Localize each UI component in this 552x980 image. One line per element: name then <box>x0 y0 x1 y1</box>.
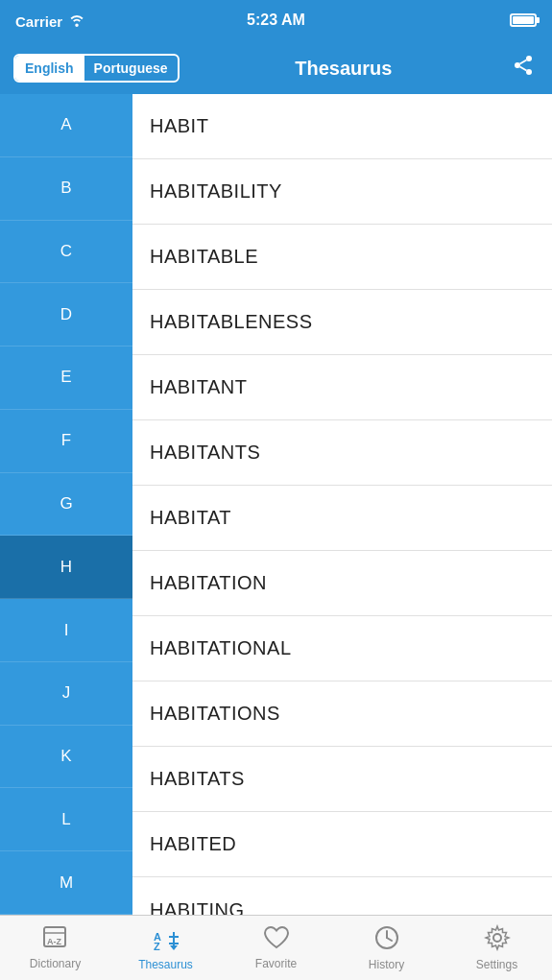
word-text: HABITATS <box>150 768 245 790</box>
alpha-A[interactable]: A <box>0 94 132 157</box>
word-text: HABITATIONAL <box>150 637 292 659</box>
word-text: HABITAT <box>150 507 231 529</box>
list-item[interactable]: HABITATS <box>132 747 552 812</box>
list-item[interactable]: HABITED <box>132 812 552 877</box>
svg-line-3 <box>520 67 527 71</box>
word-text: HABITABLENESS <box>150 311 313 333</box>
language-switcher[interactable]: English Portuguese <box>13 54 180 83</box>
header-title: Thesaurus <box>191 58 496 80</box>
alpha-I[interactable]: I <box>0 599 132 662</box>
share-button[interactable] <box>508 50 539 86</box>
svg-point-1 <box>515 62 520 68</box>
alpha-L[interactable]: L <box>0 788 132 851</box>
word-text: HABITING <box>150 899 244 916</box>
tab-dictionary-label: Dictionary <box>30 957 81 970</box>
status-time: 5:23 AM <box>247 12 305 29</box>
tab-history-label: History <box>369 958 404 971</box>
list-item[interactable]: HABITING <box>132 877 552 915</box>
svg-point-17 <box>493 934 501 942</box>
heart-icon <box>263 925 290 954</box>
alpha-G[interactable]: G <box>0 473 132 537</box>
alphabet-sidebar: A B C D E F G H I J K L M <box>0 94 132 915</box>
alpha-E[interactable]: E <box>0 347 132 410</box>
carrier-label: Carrier <box>15 13 62 30</box>
word-text: HABITATIONS <box>150 703 280 725</box>
svg-point-2 <box>526 69 532 75</box>
main-content: A B C D E F G H I J K L M HABIT HABITABI… <box>0 94 552 915</box>
alpha-F[interactable]: F <box>0 410 132 473</box>
word-text: HABITABILITY <box>150 180 282 203</box>
svg-text:Z: Z <box>154 941 160 951</box>
tab-dictionary[interactable]: A-Z Dictionary <box>0 920 110 976</box>
gear-icon <box>484 924 511 955</box>
clock-icon <box>373 924 400 955</box>
tab-favorite-label: Favorite <box>255 957 297 970</box>
tab-settings-label: Settings <box>476 958 517 971</box>
alpha-M[interactable]: M <box>0 851 132 915</box>
svg-line-16 <box>387 938 392 941</box>
svg-line-4 <box>520 60 527 64</box>
list-item[interactable]: HABITANTS <box>132 420 552 486</box>
word-text: HABITED <box>150 833 236 855</box>
svg-text:A-Z: A-Z <box>47 937 61 946</box>
status-left: Carrier <box>15 13 85 30</box>
alpha-J[interactable]: J <box>0 662 132 726</box>
app-header: English Portuguese Thesaurus <box>0 42 552 94</box>
word-text: HABITABLE <box>150 246 258 268</box>
alpha-D[interactable]: D <box>0 283 132 347</box>
list-item[interactable]: HABIT <box>132 94 552 159</box>
list-item[interactable]: HABITAT <box>132 486 552 551</box>
portuguese-lang-button[interactable]: Portuguese <box>84 56 178 81</box>
list-item[interactable]: HABITABLE <box>132 225 552 290</box>
svg-point-0 <box>526 56 532 61</box>
alpha-H[interactable]: H <box>0 536 132 599</box>
tab-thesaurus-label: Thesaurus <box>138 958 193 971</box>
list-item[interactable]: HABITANT <box>132 355 552 420</box>
list-item[interactable]: HABITATIONAL <box>132 616 552 681</box>
svg-marker-13 <box>170 945 178 950</box>
word-text: HABIT <box>150 115 208 137</box>
word-text: HABITANTS <box>150 442 260 464</box>
thesaurus-icon: A Z <box>152 924 180 955</box>
tab-thesaurus[interactable]: A Z Thesaurus <box>110 919 221 977</box>
alpha-C[interactable]: C <box>0 221 132 284</box>
tab-favorite[interactable]: Favorite <box>221 920 331 976</box>
word-list: HABIT HABITABILITY HABITABLE HABITABLENE… <box>132 94 552 915</box>
wifi-icon <box>68 13 85 30</box>
battery-indicator <box>510 13 537 30</box>
list-item[interactable]: HABITABILITY <box>132 159 552 225</box>
word-text: HABITATION <box>150 572 267 594</box>
list-item[interactable]: HABITATION <box>132 551 552 616</box>
status-bar: Carrier 5:23 AM <box>0 0 552 42</box>
alpha-B[interactable]: B <box>0 157 132 221</box>
word-text: HABITANT <box>150 376 247 398</box>
tab-settings[interactable]: Settings <box>442 919 552 977</box>
list-item[interactable]: HABITABLENESS <box>132 290 552 355</box>
tab-history[interactable]: History <box>331 919 442 977</box>
alpha-K[interactable]: K <box>0 726 132 789</box>
list-item[interactable]: HABITATIONS <box>132 681 552 747</box>
english-lang-button[interactable]: English <box>15 56 84 81</box>
tab-bar: A-Z Dictionary A Z Thesaurus Favorite <box>0 915 552 980</box>
dictionary-icon: A-Z <box>41 925 70 954</box>
